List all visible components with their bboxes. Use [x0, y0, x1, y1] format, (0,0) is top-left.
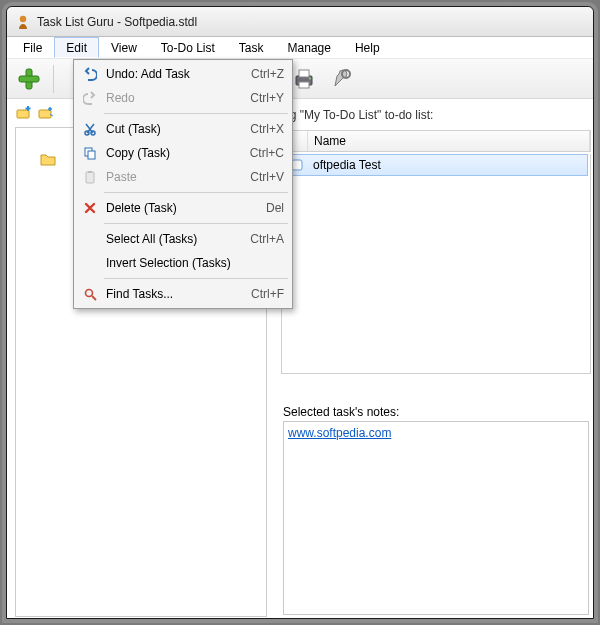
paste-icon	[80, 170, 100, 184]
menu-find-label: Find Tasks...	[100, 287, 251, 301]
menu-separator	[104, 223, 288, 224]
svg-rect-2	[19, 76, 39, 82]
menu-undo-accel: Ctrl+Z	[251, 67, 284, 81]
menu-separator	[104, 278, 288, 279]
tree-folder[interactable]	[40, 152, 56, 166]
menu-delete-label: Delete (Task)	[100, 201, 266, 215]
menu-redo-label: Redo	[100, 91, 250, 105]
menu-invert-selection[interactable]: Invert Selection (Tasks)	[76, 251, 290, 275]
list-name: My To-Do List	[304, 108, 377, 122]
svg-rect-8	[17, 110, 29, 118]
menu-separator	[104, 192, 288, 193]
add-subfolder-button[interactable]	[37, 104, 55, 122]
toolbar-separator	[53, 65, 54, 93]
notes-area[interactable]: www.softpedia.com	[283, 421, 589, 615]
main-panel: ng "My To-Do List" to-do list: Name oftp…	[281, 104, 591, 374]
undo-icon	[80, 67, 100, 81]
svg-rect-17	[88, 171, 92, 173]
menu-select-all-label: Select All (Tasks)	[100, 232, 250, 246]
menu-copy-accel: Ctrl+C	[250, 146, 284, 160]
menu-cut-accel: Ctrl+X	[250, 122, 284, 136]
svg-rect-11	[292, 160, 302, 170]
svg-point-6	[309, 77, 311, 79]
menu-find-accel: Ctrl+F	[251, 287, 284, 301]
horizontal-splitter[interactable]	[281, 391, 591, 399]
menu-paste-accel: Ctrl+V	[250, 170, 284, 184]
delete-icon	[80, 201, 100, 215]
menu-edit[interactable]: Edit	[54, 37, 99, 58]
app-window: Task List Guru - Softpedia.stdl File Edi…	[6, 6, 594, 619]
redo-icon	[80, 91, 100, 105]
copy-icon	[80, 146, 100, 160]
task-grid-header: Name	[281, 130, 591, 152]
menu-cut-label: Cut (Task)	[100, 122, 250, 136]
menu-find[interactable]: Find Tasks... Ctrl+F	[76, 282, 290, 306]
sidebar-toolbar	[15, 104, 55, 122]
list-caption: ng "My To-Do List" to-do list:	[281, 104, 591, 130]
app-icon	[15, 14, 31, 30]
task-name-cell: oftpedia Test	[309, 155, 587, 175]
titlebar: Task List Guru - Softpedia.stdl	[7, 7, 593, 37]
menu-redo-accel: Ctrl+Y	[250, 91, 284, 105]
window-title: Task List Guru - Softpedia.stdl	[37, 15, 197, 29]
scissors-icon	[80, 122, 100, 136]
add-button[interactable]	[13, 63, 45, 95]
svg-rect-10	[39, 110, 51, 118]
svg-point-18	[86, 290, 93, 297]
menu-undo-label: Undo: Add Task	[100, 67, 251, 81]
settings-button[interactable]	[326, 63, 358, 95]
menu-task[interactable]: Task	[227, 37, 276, 58]
menu-delete[interactable]: Delete (Task) Del	[76, 196, 290, 220]
menu-paste: Paste Ctrl+V	[76, 165, 290, 189]
add-folder-button[interactable]	[15, 104, 33, 122]
notes-label: Selected task's notes:	[283, 405, 399, 419]
menu-copy[interactable]: Copy (Task) Ctrl+C	[76, 141, 290, 165]
menu-todolist[interactable]: To-Do List	[149, 37, 227, 58]
menu-select-all[interactable]: Select All (Tasks) Ctrl+A	[76, 227, 290, 251]
svg-rect-16	[86, 172, 94, 183]
menu-view[interactable]: View	[99, 37, 149, 58]
task-grid[interactable]: oftpedia Test	[281, 154, 591, 374]
svg-rect-5	[299, 82, 309, 88]
list-caption-suffix: " to-do list:	[377, 108, 433, 122]
menu-copy-label: Copy (Task)	[100, 146, 250, 160]
menu-paste-label: Paste	[100, 170, 250, 184]
column-name[interactable]: Name	[308, 131, 590, 151]
menu-manage[interactable]: Manage	[276, 37, 343, 58]
svg-point-0	[20, 15, 26, 21]
search-icon	[80, 287, 100, 301]
notes-link[interactable]: www.softpedia.com	[288, 426, 391, 440]
table-row[interactable]: oftpedia Test	[284, 154, 588, 176]
menu-redo: Redo Ctrl+Y	[76, 86, 290, 110]
menu-delete-accel: Del	[266, 201, 284, 215]
menu-help[interactable]: Help	[343, 37, 392, 58]
menu-select-all-accel: Ctrl+A	[250, 232, 284, 246]
menu-file[interactable]: File	[11, 37, 54, 58]
svg-rect-4	[299, 70, 309, 77]
menu-separator	[104, 113, 288, 114]
svg-rect-15	[88, 151, 95, 159]
menu-invert-label: Invert Selection (Tasks)	[100, 256, 284, 270]
menubar: File Edit View To-Do List Task Manage He…	[7, 37, 593, 59]
folder-icon	[40, 152, 56, 166]
menu-undo[interactable]: Undo: Add Task Ctrl+Z	[76, 62, 290, 86]
menu-cut[interactable]: Cut (Task) Ctrl+X	[76, 117, 290, 141]
edit-menu-dropdown: Undo: Add Task Ctrl+Z Redo Ctrl+Y Cut (T…	[73, 59, 293, 309]
